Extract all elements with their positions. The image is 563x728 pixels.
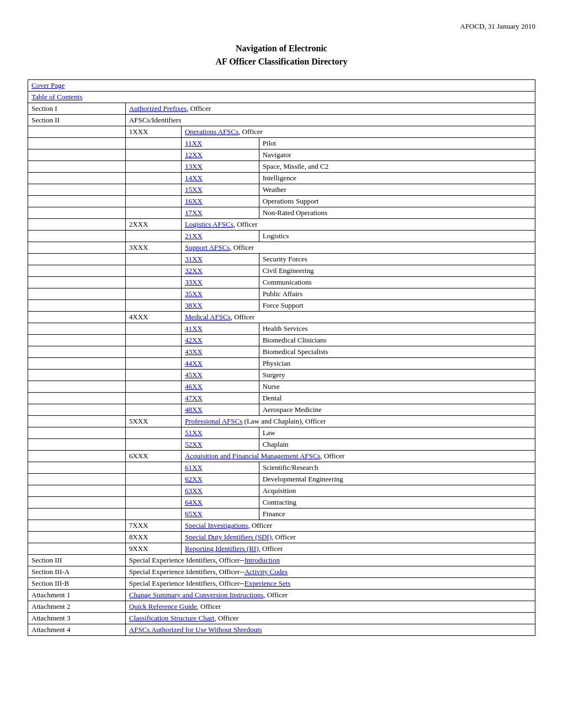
table-row: 43XX Biomedical Specialists	[28, 346, 535, 358]
table-row: Section II AFSCs/Identifiers	[28, 115, 535, 126]
navigator-cell: Navigator	[259, 149, 535, 161]
table-row: 31XX Security Forces	[28, 254, 535, 265]
17xx-link[interactable]: 17XX	[185, 208, 203, 217]
33xx-link[interactable]: 33XX	[185, 278, 203, 286]
table-row: 65XX Finance	[28, 508, 535, 520]
11xx-cell: 11XX	[181, 138, 259, 149]
section-iii-content: Special Experience Identifiers, Officer-…	[125, 555, 535, 566]
section-i-content: Authorized Prefixes, Officer	[125, 103, 535, 115]
special-duty-link[interactable]: Special Duty Identifiers (SDI),	[185, 533, 273, 541]
civil-engineering-cell: Civil Engineering	[259, 265, 535, 277]
special-duty-cell: Special Duty Identifiers (SDI), Officer	[181, 532, 535, 543]
62xx-link[interactable]: 62XX	[185, 475, 203, 483]
table-row: 42XX Biomedical Clinicians	[28, 335, 535, 346]
31xx-link[interactable]: 31XX	[185, 255, 203, 263]
table-row: Cover Page	[28, 80, 535, 92]
43xx-link[interactable]: 43XX	[185, 347, 203, 356]
communications-cell: Communications	[259, 277, 535, 288]
support-afscs-link[interactable]: Support AFSCs	[185, 243, 230, 251]
14xx-link[interactable]: 14XX	[185, 174, 203, 182]
section-i-label: Section I	[28, 103, 126, 115]
document-date: AFOCD, 31 January 2010	[460, 22, 536, 30]
table-row: Section I Authorized Prefixes, Officer	[28, 103, 535, 115]
table-row: 46XX Nurse	[28, 381, 535, 393]
activity-codes-link[interactable]: Activity Codes	[245, 568, 288, 576]
force-support-cell: Force Support	[259, 300, 535, 312]
health-services-cell: Health Services	[259, 323, 535, 335]
cover-page-link[interactable]: Cover Page	[31, 81, 65, 89]
table-row: 12XX Navigator	[28, 149, 535, 161]
table-row: Attachment 1 Change Summary and Conversi…	[28, 590, 535, 601]
3xxx-cell: 3XXX	[125, 242, 181, 254]
32xx-link[interactable]: 32XX	[185, 266, 203, 275]
afscs-authorized-link[interactable]: AFSCs Authorized for Use Without Shredou…	[129, 625, 262, 634]
section-ii-content: AFSCs/Identifiers	[125, 115, 535, 126]
special-investigations-link[interactable]: Special Investigations	[185, 521, 248, 529]
reporting-identifiers-link[interactable]: Reporting Identifiers (RI),	[185, 544, 261, 553]
contracting-cell: Contracting	[259, 497, 535, 508]
table-row: 38XX Force Support	[28, 300, 535, 312]
table-row: 32XX Civil Engineering	[28, 265, 535, 277]
table-row: 3XXX Support AFSCs, Officer	[28, 242, 535, 254]
table-row: 7XXX Special Investigations, Officer	[28, 520, 535, 532]
finance-cell: Finance	[259, 508, 535, 520]
nurse-cell: Nurse	[259, 381, 535, 393]
16xx-link[interactable]: 16XX	[185, 197, 203, 205]
41xx-link[interactable]: 41XX	[185, 324, 203, 333]
classification-structure-link[interactable]: Classification Structure Chart	[129, 614, 215, 622]
15xx-link[interactable]: 15XX	[185, 185, 203, 194]
table-row: 17XX Non-Rated Operations	[28, 207, 535, 219]
medical-afscs-link[interactable]: Medical AFSCs	[185, 313, 231, 321]
64xx-link[interactable]: 64XX	[185, 498, 203, 506]
63xx-link[interactable]: 63XX	[185, 486, 203, 495]
6xxx-cell: 6XXX	[125, 451, 181, 462]
authorized-prefixes-link[interactable]: Authorized Prefixes	[129, 104, 187, 113]
table-row: 13XX Space, Missile, and C2	[28, 161, 535, 173]
9xxx-cell: 9XXX	[125, 543, 181, 555]
table-row: Attachment 3 Classification Structure Ch…	[28, 613, 535, 624]
introduction-link[interactable]: Introduction	[245, 556, 280, 564]
operations-support-cell: Operations Support	[259, 196, 535, 207]
section-iii-label: Section III	[28, 555, 126, 566]
acq-financial-link[interactable]: Acquisition and Financial Management AFS…	[185, 452, 321, 460]
47xx-link[interactable]: 47XX	[185, 394, 203, 402]
35xx-link[interactable]: 35XX	[185, 290, 203, 298]
38xx-link[interactable]: 38XX	[185, 301, 203, 309]
11xx-link[interactable]: 11XX	[185, 139, 202, 147]
experience-sets-link[interactable]: Experience Sets	[245, 579, 290, 587]
51xx-link[interactable]: 51XX	[185, 429, 203, 437]
logistics-afscs-link[interactable]: Logistics AFSCs	[185, 220, 233, 228]
table-row: 21XX Logistics	[28, 231, 535, 242]
table-row: 15XX Weather	[28, 184, 535, 196]
acq-financial-cell: Acquisition and Financial Management AFS…	[181, 451, 535, 462]
46xx-link[interactable]: 46XX	[185, 382, 203, 390]
table-row: Section III-B Special Experience Identif…	[28, 578, 535, 590]
44xx-link[interactable]: 44XX	[185, 359, 203, 367]
table-row: 63XX Acquisition	[28, 485, 535, 497]
table-of-contents-link[interactable]: Table of Contents	[31, 93, 82, 101]
attachment4-label: Attachment 4	[28, 624, 126, 636]
42xx-link[interactable]: 42XX	[185, 336, 203, 344]
attachment2-label: Attachment 2	[28, 601, 126, 613]
table-row: 35XX Public Affairs	[28, 288, 535, 300]
52xx-link[interactable]: 52XX	[185, 440, 203, 448]
quick-reference-link[interactable]: Quick Reference Guide	[129, 602, 197, 611]
65xx-link[interactable]: 65XX	[185, 510, 203, 518]
dev-engineering-cell: Developmental Engineering	[259, 474, 535, 485]
13xx-link[interactable]: 13XX	[185, 162, 203, 170]
45xx-link[interactable]: 45XX	[185, 371, 203, 379]
professional-afscs-link[interactable]: Professional AFSCs	[185, 417, 242, 425]
12xx-link[interactable]: 12XX	[185, 151, 203, 159]
48xx-link[interactable]: 48XX	[185, 405, 203, 414]
acquisition-cell: Acquisition	[259, 485, 535, 497]
61xx-link[interactable]: 61XX	[185, 463, 203, 472]
table-row: Section III-A Special Experience Identif…	[28, 566, 535, 578]
21xx-link[interactable]: 21XX	[185, 232, 203, 240]
attachment3-label: Attachment 3	[28, 613, 126, 624]
table-row: 62XX Developmental Engineering	[28, 474, 535, 485]
table-row: 33XX Communications	[28, 277, 535, 288]
change-summary-link[interactable]: Change Summary and Conversion Instructio…	[129, 591, 263, 599]
non-rated-cell: Non-Rated Operations	[259, 207, 535, 219]
navigation-table: Cover Page Table of Contents Section I A…	[28, 79, 535, 636]
operations-afscs-link[interactable]: Operations AFSCs	[185, 127, 238, 136]
